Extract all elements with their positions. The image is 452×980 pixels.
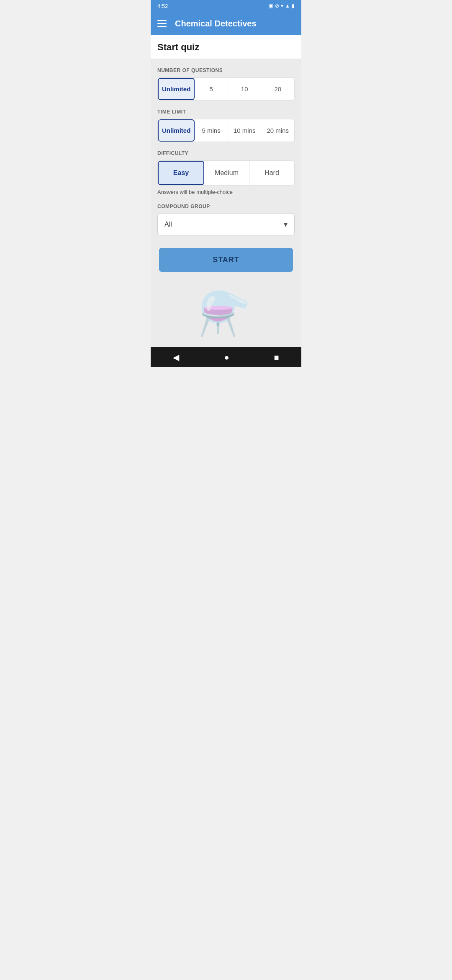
time-limit-group: Unlimited 5 mins 10 mins 20 mins bbox=[157, 119, 295, 142]
home-button[interactable]: ● bbox=[216, 349, 237, 366]
back-button[interactable]: ◀ bbox=[164, 349, 187, 366]
content-area: NUMBER OF QUESTIONS Unlimited 5 10 20 TI… bbox=[151, 59, 301, 280]
dropdown-arrow-icon: ▾ bbox=[284, 220, 288, 229]
no-icon: ⊘ bbox=[275, 3, 279, 9]
toolbar: Chemical Detectives bbox=[151, 12, 301, 35]
watermark-icon: ⚗️ bbox=[198, 289, 246, 338]
toolbar-title: Chemical Detectives bbox=[175, 19, 257, 28]
difficulty-easy-btn[interactable]: Easy bbox=[158, 161, 204, 185]
nav-bar: ◀ ● ■ bbox=[151, 347, 301, 367]
status-time: 4:52 bbox=[157, 3, 168, 9]
questions-20-btn[interactable]: 20 bbox=[261, 78, 294, 100]
difficulty-hard-btn[interactable]: Hard bbox=[249, 161, 294, 185]
time-unlimited-btn[interactable]: Unlimited bbox=[158, 119, 195, 142]
difficulty-hint: Answers will be multiple-choice bbox=[157, 189, 295, 195]
page-title: Start quiz bbox=[157, 42, 199, 52]
compound-group-section: COMPOUND GROUP All ▾ bbox=[157, 204, 295, 235]
questions-unlimited-btn[interactable]: Unlimited bbox=[158, 78, 195, 100]
difficulty-group: Easy Medium Hard bbox=[157, 160, 295, 186]
time-limit-label: TIME LIMIT bbox=[157, 109, 295, 115]
compound-group-value: All bbox=[164, 221, 172, 228]
number-of-questions-label: NUMBER OF QUESTIONS bbox=[157, 67, 295, 73]
battery-icon: ▮ bbox=[292, 3, 295, 9]
number-of-questions-group: Unlimited 5 10 20 bbox=[157, 77, 295, 101]
status-icons: ▣ ⊘ ▾ ▲ ▮ bbox=[269, 3, 295, 9]
recents-button[interactable]: ■ bbox=[265, 349, 287, 366]
time-5mins-btn[interactable]: 5 mins bbox=[195, 119, 228, 142]
number-of-questions-section: NUMBER OF QUESTIONS Unlimited 5 10 20 bbox=[157, 67, 295, 101]
time-limit-section: TIME LIMIT Unlimited 5 mins 10 mins 20 m… bbox=[157, 109, 295, 142]
watermark-area: ⚗️ bbox=[151, 280, 301, 347]
time-20mins-btn[interactable]: 20 mins bbox=[261, 119, 294, 142]
questions-5-btn[interactable]: 5 bbox=[195, 78, 228, 100]
wifi-icon: ▾ bbox=[281, 3, 283, 9]
start-button[interactable]: START bbox=[159, 248, 293, 272]
difficulty-label: DIFFICULTY bbox=[157, 150, 295, 156]
page-title-bar: Start quiz bbox=[151, 35, 301, 59]
sim-icon: ▣ bbox=[269, 3, 273, 9]
compound-group-label: COMPOUND GROUP bbox=[157, 204, 295, 209]
time-10mins-btn[interactable]: 10 mins bbox=[228, 119, 262, 142]
start-section: START bbox=[157, 248, 295, 272]
compound-group-dropdown[interactable]: All ▾ bbox=[157, 214, 295, 235]
signal-icon: ▲ bbox=[285, 3, 290, 9]
status-bar: 4:52 ▣ ⊘ ▾ ▲ ▮ bbox=[151, 0, 301, 12]
difficulty-medium-btn[interactable]: Medium bbox=[204, 161, 249, 185]
difficulty-section: DIFFICULTY Easy Medium Hard Answers will… bbox=[157, 150, 295, 195]
questions-10-btn[interactable]: 10 bbox=[228, 78, 262, 100]
menu-button[interactable] bbox=[157, 20, 167, 27]
